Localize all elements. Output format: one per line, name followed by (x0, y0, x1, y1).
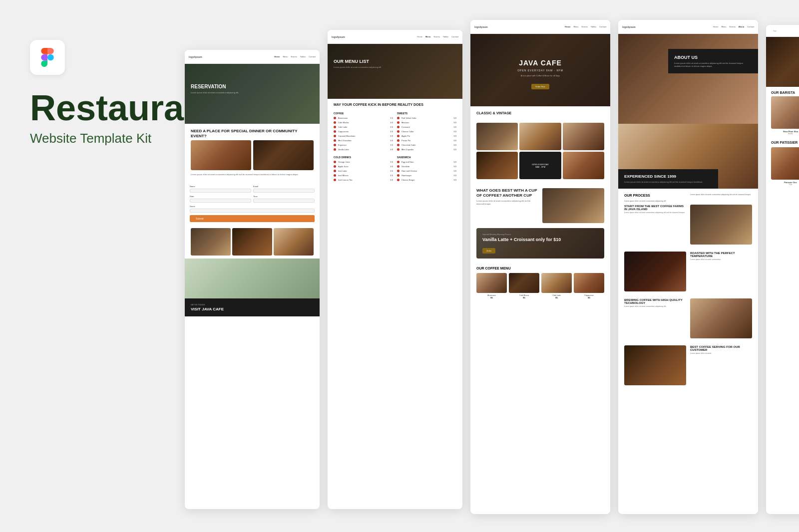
item-price: $ $ (453, 148, 456, 151)
item-name: Pecan Pie (401, 139, 451, 142)
map-image (185, 259, 320, 298)
item-name: Croissant (401, 126, 451, 128)
dot-icon (397, 144, 400, 146)
item-price: $ $ (390, 165, 393, 168)
cafe-dark-photo (253, 140, 314, 170)
menu-item-icedmocca: Iced Mocca $ $ (334, 174, 393, 177)
process-desc: Lorem ipsum dolor sit amet consectetur a… (624, 200, 686, 203)
promo-btn[interactable]: Order (482, 248, 495, 254)
card2-nav-tables: Tables (443, 35, 449, 38)
java-cafe-desc: A nice place with Coffee & Music for all… (476, 74, 604, 77)
menu-item-croissant: Croissant $ $ (397, 126, 456, 128)
item-name: Americano (338, 117, 388, 119)
card4-nav-contact: Contact (747, 25, 754, 28)
sweets-category: SWEETS (397, 112, 456, 115)
coffee-category: COFFEE (334, 112, 393, 115)
card2-nav-contact: Contact (451, 35, 458, 38)
form-email-input[interactable] (253, 189, 315, 193)
process-item-4-text: BEST COFFEE SERVING FOR OUR CUSTOMER Lor… (690, 345, 752, 388)
barista-hero-bg (766, 37, 799, 87)
menu-item-eggham: Egg and Ham $ $ (397, 161, 456, 163)
patissier-1-photo (771, 147, 799, 180)
card4-nav-events: Events (729, 25, 735, 28)
menu-hero-desc: Lorem ipsum dolor sit amet consectetur a… (334, 66, 456, 69)
menu-item-americano: Americano $ $ (334, 117, 393, 119)
form-name-group: Name (190, 185, 251, 195)
form-guest-input[interactable] (190, 209, 315, 213)
patissier-1-role: Chef (771, 184, 799, 186)
menu-item-applepie: Apple Pie $ $ (397, 135, 456, 137)
barista-grid: Shea Phair Shia Barista Shea Phair Shia … (766, 96, 799, 139)
form-time-group: Time (253, 195, 315, 205)
dot-icon (397, 126, 400, 128)
card2-nav-links: Home Menu Events Tables Contact (417, 35, 458, 38)
item-price: $ $ (390, 135, 393, 137)
process-item-2-desc: Lorem ipsum dolor sit amet consectetur. (690, 259, 752, 261)
item-price: $ $ (390, 121, 393, 124)
java-cafe-title: JAVA CAFE (476, 59, 604, 67)
item-price: $ $ (390, 174, 393, 177)
card4-nav-about: About (739, 25, 745, 28)
menu-list-section: MAY YOUR COFFEE KICK IN BEFORE REALITY D… (328, 99, 462, 187)
dot-icon (334, 179, 336, 181)
what-goes-section: WHAT GOES BEST WITH A CUP OF COFFEE? ANO… (470, 183, 610, 228)
process-item-1-desc: Lorem ipsum dolor sit amet consectetur a… (624, 212, 686, 214)
form-name-input[interactable] (190, 189, 251, 193)
promo-card: Special Monday Morning Promo Vanilla Lat… (476, 228, 604, 259)
form-date-input[interactable] (190, 199, 251, 203)
barista-1-role: Barista (771, 133, 799, 135)
item-price: $ $ (453, 165, 456, 168)
map-section (185, 259, 320, 298)
item-price: $ $ (390, 126, 393, 128)
submit-button[interactable]: Submit (190, 215, 315, 222)
need-place-title: NEED A PLACE FOR SPECIAL DINNER OR COMMU… (191, 129, 314, 138)
menu-item-icedlemon: Iced Lemon Tea $ $ (334, 179, 393, 181)
coffee-menu-section: OUR COFFEE MENU Americano $5 Cafe Mocca … (470, 263, 610, 303)
item-price: $ $ (453, 161, 456, 163)
item-price: $ $ (453, 135, 456, 137)
dot-icon (397, 170, 400, 172)
sweets-column: SWEETS Red Velvet Cake $ $ Macaron $ $ C… (397, 109, 456, 153)
cappuccino-photo (574, 273, 604, 293)
process-header: OUR PROCESS Lorem ipsum dolor sit amet c… (624, 194, 752, 203)
menu-item-pecanpie: Pecan Pie $ $ (397, 139, 456, 142)
menu-tagline: MAY YOUR COFFEE KICK IN BEFORE REALITY D… (334, 103, 456, 107)
cafelatte-photo (541, 273, 572, 293)
item-price: $ $ (390, 161, 393, 163)
menu-item-omelette: Omelette $ $ (397, 165, 456, 168)
reservation-card: logo/ipsum Home Menu Events Tables Conta… (185, 50, 320, 509)
menu-hero-content: OUR MENU LIST Lorem ipsum dolor sit amet… (328, 44, 462, 75)
item-price: $ $ (390, 139, 393, 142)
barista-1: Shea Phair Shia Barista (771, 96, 799, 135)
item-name: Egg and Ham (401, 161, 451, 163)
process-item-1-text: START FROM THE BEST COFFEE FARMS IN JAVA… (624, 205, 686, 248)
dot-icon (397, 161, 400, 163)
card1-nav-tables: Tables (300, 55, 306, 58)
item-name: Ham and Cheese (401, 170, 451, 172)
card1-nav: logo/ipsum Home Menu Events Tables Conta… (185, 50, 320, 64)
what-goes-desc: Lorem ipsum dolor sit amet consectetur a… (476, 200, 538, 206)
card1-nav-home: Home (274, 55, 280, 58)
since-title: EXPERIENCED SINCE 1999 (624, 174, 712, 179)
barista-1-photo (771, 96, 799, 129)
java-cafe-btn[interactable]: Order Now (531, 84, 549, 89)
card5-nav: logo (766, 25, 799, 37)
latte-art-photo (274, 228, 314, 256)
java-cafe-hero-content: JAVA CAFE OPEN EVERYDAY 8AM - 9PM A nice… (470, 34, 610, 95)
open-sign-text: OPEN EVERYDAY9AM - 9PM (530, 161, 551, 170)
card1-logo: logo/ipsum (189, 55, 202, 58)
form-time-input[interactable] (253, 199, 315, 203)
item-name: Chocolate Cake (401, 144, 451, 146)
dot-icon (397, 174, 400, 177)
card5-logo: logo (770, 29, 780, 32)
menu-item-macaron: Macaron $ $ (397, 121, 456, 124)
item-name: Mint Cupcake (401, 148, 451, 151)
what-goes-content: WHAT GOES BEST WITH A CUP OF COFFEE? ANO… (476, 188, 604, 223)
need-place-photos (191, 140, 314, 170)
item-price: $ $ (453, 179, 456, 181)
card1-nav-links: Home Menu Events Tables Contact (274, 55, 316, 58)
brand-subtitle: Website Template Kit (30, 131, 180, 146)
reservation-hero-title: RESERVATION (191, 84, 314, 89)
sandwich-category: SANDWICH (397, 156, 456, 159)
item-name: Red Velvet Cake (401, 117, 451, 119)
